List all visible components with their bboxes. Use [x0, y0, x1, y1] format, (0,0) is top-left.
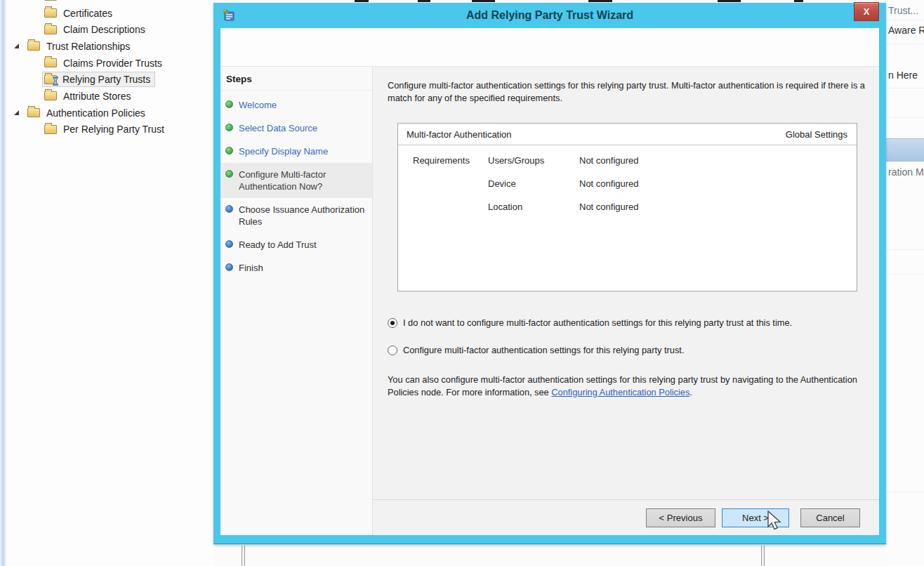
tree-item-label: Certificates	[63, 8, 112, 19]
step-label: Specify Display Name	[239, 145, 328, 157]
console-tree-pane: Certificates Claim Descriptions Trust Re…	[0, 0, 213, 566]
footnote-text: You can also configure multi-factor auth…	[388, 374, 865, 398]
option-label: Configure multi-factor authentication se…	[403, 345, 684, 355]
tree-item-attribute-stores[interactable]: Attribute Stores	[0, 88, 213, 105]
step-upcoming-dot-icon	[225, 263, 233, 271]
steps-panel: Steps Welcome Select Data Source Specify…	[220, 67, 373, 535]
option-do-not-configure-mfa[interactable]: I do not want to configure multi-factor …	[388, 317, 862, 328]
requirement-name: Device	[488, 178, 579, 189]
folder-icon	[27, 41, 40, 51]
tree-item-certificates[interactable]: Certificates	[0, 5, 213, 22]
global-settings-label: Global Settings	[786, 129, 847, 140]
step-specify-display-name[interactable]: Specify Display Name	[220, 140, 372, 163]
step-label: Ready to Add Trust	[239, 239, 317, 251]
actions-item[interactable]: ration M	[888, 166, 924, 178]
background-pane-separator	[761, 546, 765, 566]
requirement-value: Not configured	[579, 178, 857, 189]
navigation-tree: Certificates Claim Descriptions Trust Re…	[0, 0, 213, 138]
tree-item-trust-relationships[interactable]: Trust Relationships	[0, 38, 213, 55]
divider	[886, 117, 924, 118]
background-pane-separator	[242, 546, 245, 566]
divider	[886, 20, 924, 20]
tree-item-relying-party-trusts[interactable]: Relying Party Trusts	[0, 71, 213, 88]
tree-item-clipped[interactable]	[0, 0, 213, 5]
folder-busy-icon	[44, 75, 57, 84]
step-configure-mfa-now[interactable]: Configure Multi-factor Authentication No…	[220, 163, 372, 198]
tree-item-label: Trust Relationships	[46, 41, 130, 52]
step-label: Select Data Source	[239, 122, 317, 134]
step-completed-dot-icon	[225, 100, 233, 108]
configuring-authentication-policies-link[interactable]: Configuring Authentication Policies	[551, 387, 689, 397]
actions-pane-title: Trust...	[888, 5, 918, 16]
divider	[886, 88, 924, 88]
table-row: Location Not configured	[398, 202, 857, 225]
background-artifact	[418, 0, 430, 2]
tree-item-label: Claim Descriptions	[63, 24, 145, 35]
background-artifact	[794, 0, 803, 2]
folder-icon	[44, 125, 57, 134]
background-artifact	[472, 0, 495, 2]
actions-selected-item-bar[interactable]	[886, 138, 924, 162]
tree-item-label: Claims Provider Trusts	[63, 58, 162, 69]
wizard-page: Configure multi-factor authentication se…	[373, 67, 879, 535]
wizard-footer: < Previous Next > Cancel	[373, 499, 879, 535]
actions-item[interactable]: n Here	[888, 70, 918, 81]
step-choose-issuance-authorization-rules[interactable]: Choose Issuance Authorization Rules	[220, 198, 372, 233]
footnote-after-link: .	[689, 387, 692, 397]
step-upcoming-dot-icon	[225, 240, 233, 248]
folder-icon	[44, 58, 57, 67]
option-configure-mfa[interactable]: Configure multi-factor authentication se…	[388, 345, 862, 355]
mfa-requirements-table: Requirements Users/Groups Not configured…	[398, 145, 857, 225]
expand-triangle-icon[interactable]	[14, 44, 19, 48]
wizard-header-band	[220, 28, 879, 67]
folder-icon	[27, 108, 40, 117]
radio-unselected-icon[interactable]	[388, 345, 397, 355]
background-artifact	[355, 0, 369, 2]
step-select-data-source[interactable]: Select Data Source	[220, 117, 372, 140]
step-completed-dot-icon	[225, 170, 233, 178]
actions-item[interactable]: Aware R	[888, 25, 924, 36]
requirement-name: Users/Groups	[488, 155, 579, 166]
tree-item-label: Per Relying Party Trust	[63, 124, 164, 135]
tree-item-per-relying-party-trust[interactable]: Per Relying Party Trust	[0, 121, 213, 138]
step-finish[interactable]: Finish	[220, 256, 372, 279]
page-intro-text: Configure multi-factor authentication se…	[388, 79, 865, 104]
tree-item-label: Attribute Stores	[63, 91, 131, 102]
divider	[886, 44, 924, 44]
expand-triangle-icon[interactable]	[14, 110, 19, 115]
step-welcome[interactable]: Welcome	[220, 93, 372, 117]
step-ready-to-add-trust[interactable]: Ready to Add Trust	[220, 233, 372, 256]
steps-heading: Steps	[220, 72, 372, 91]
requirement-value: Not configured	[579, 202, 857, 212]
tree-selection-box: Relying Party Trusts	[42, 72, 155, 87]
mfa-settings-panel: Multi-factor Authentication Global Setti…	[397, 123, 857, 291]
folder-icon	[44, 91, 57, 100]
previous-button[interactable]: < Previous	[646, 508, 715, 527]
divider	[886, 492, 924, 492]
requirement-value: Not configured	[579, 155, 857, 166]
option-label: I do not want to configure multi-factor …	[403, 317, 792, 328]
background-artifact	[718, 0, 741, 2]
step-upcoming-dot-icon	[225, 205, 233, 213]
step-label: Choose Issuance Authorization Rules	[239, 204, 367, 228]
requirements-group-label: Requirements	[398, 155, 488, 166]
close-button[interactable]: X	[854, 2, 879, 21]
mfa-panel-header: Multi-factor Authentication Global Setti…	[398, 124, 857, 145]
folder-icon	[44, 0, 57, 1]
tree-item-claims-provider-trusts[interactable]: Claims Provider Trusts	[0, 55, 213, 72]
add-relying-party-trust-wizard-dialog: Add Relying Party Trust Wizard X Steps W…	[213, 3, 886, 544]
tree-item-claim-descriptions[interactable]: Claim Descriptions	[0, 21, 213, 38]
step-completed-dot-icon	[225, 124, 233, 131]
mfa-option-group: I do not want to configure multi-factor …	[388, 317, 862, 355]
mfa-panel-title: Multi-factor Authentication	[407, 129, 512, 140]
radio-selected-icon[interactable]	[388, 318, 397, 328]
tree-item-label: Relying Party Trusts	[62, 74, 150, 85]
folder-icon	[44, 8, 57, 18]
cancel-button[interactable]: Cancel	[800, 508, 860, 527]
step-label: Configure Multi-factor Authentication No…	[239, 169, 367, 192]
requirement-name: Location	[488, 202, 579, 212]
dialog-title: Add Relying Party Trust Wizard	[213, 9, 886, 22]
tree-item-authentication-policies[interactable]: Authentication Policies	[0, 105, 213, 121]
mouse-cursor	[767, 511, 784, 533]
hourglass-icon	[52, 77, 59, 86]
